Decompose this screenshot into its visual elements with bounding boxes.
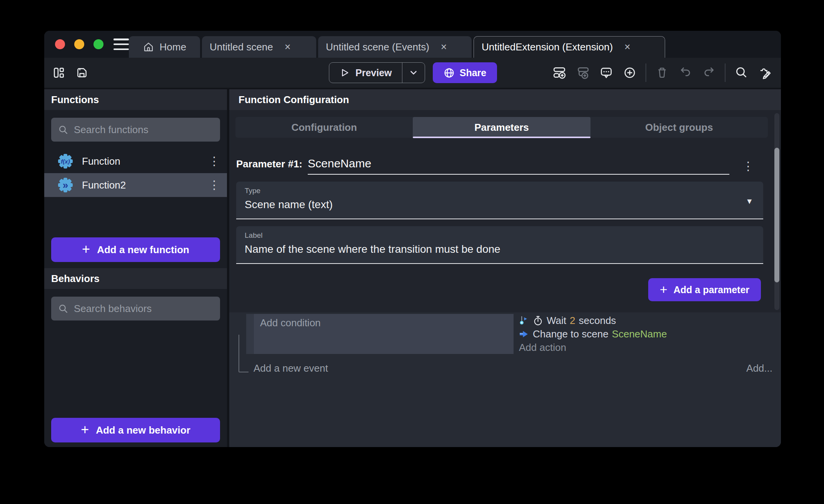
function2-gear-icon: »	[57, 176, 74, 194]
plus-icon: +	[660, 283, 667, 296]
search-icon[interactable]	[734, 65, 749, 80]
tab-home[interactable]: Home	[129, 36, 200, 58]
function-list-item-selected[interactable]: » Function2 ⋮	[44, 173, 227, 197]
function-list-item[interactable]: f(x) Function ⋮	[44, 149, 227, 173]
close-tab-icon[interactable]: ×	[279, 42, 291, 52]
save-icon[interactable]	[74, 65, 90, 80]
add-new-event-link[interactable]: Add a new event	[254, 362, 328, 374]
add-parameter-button[interactable]: + Add a parameter	[648, 278, 761, 301]
scene-name-reference: SceneName	[612, 328, 667, 340]
search-behaviors-box[interactable]	[51, 297, 220, 320]
add-condition-area[interactable]: Add condition	[254, 314, 514, 354]
tab-untitled-extension[interactable]: UntitledExtension (Extension) ×	[474, 36, 665, 58]
event-indent-bracket	[239, 335, 249, 372]
function-gear-icon: f(x)	[57, 152, 74, 170]
events-sheet: Add condition Wait 2 seconds	[229, 312, 781, 447]
tab-label: UntitledExtension (Extension)	[482, 41, 613, 53]
add-action-link[interactable]: Add action	[519, 342, 667, 354]
tab-label: Home	[160, 41, 186, 53]
parameter-row: Parameter #1: SceneName ⋮	[236, 157, 754, 175]
label-text-field[interactable]: Label Name of the scene where the transi…	[236, 226, 763, 264]
plus-icon: +	[82, 242, 90, 256]
tab-parameters[interactable]: Parameters	[413, 117, 590, 138]
configuration-tabs: Configuration Parameters Object groups	[235, 117, 768, 138]
editor-tabs: Home Untitled scene × Untitled scene (Ev…	[129, 36, 665, 58]
preview-options-dropdown[interactable]	[402, 68, 425, 78]
tab-bar: Home Untitled scene × Untitled scene (Ev…	[44, 31, 781, 58]
traffic-lights	[55, 39, 103, 49]
add-subevent-icon[interactable]	[575, 65, 590, 80]
search-functions-box[interactable]	[51, 118, 220, 142]
comment-icon[interactable]	[599, 65, 614, 80]
share-label: Share	[460, 67, 486, 78]
tab-untitled-scene-events[interactable]: Untitled scene (Events) ×	[318, 36, 472, 58]
close-window-button[interactable]	[55, 39, 65, 49]
function-kebab-menu-icon[interactable]: ⋮	[209, 155, 220, 167]
toolbar: Preview Share	[44, 58, 781, 88]
parameters-panel: Configuration Parameters Object groups P…	[229, 110, 781, 312]
close-tab-icon[interactable]: ×	[435, 42, 447, 52]
add-more-link[interactable]: Add...	[746, 362, 772, 374]
tab-label: Untitled scene (Events)	[326, 41, 429, 53]
globe-icon	[444, 67, 455, 78]
function-configuration-header: Function Configuration	[229, 89, 781, 110]
gdevelop-window: Home Untitled scene × Untitled scene (Ev…	[44, 31, 781, 447]
redo-icon[interactable]	[701, 65, 717, 80]
type-field-value: Scene name (text)	[245, 199, 755, 211]
dropdown-caret-icon: ▼	[746, 197, 753, 206]
desktop: Home Untitled scene × Untitled scene (Ev…	[0, 0, 824, 504]
parameter-name-input[interactable]: SceneName	[308, 157, 729, 175]
edit-extension-icon[interactable]	[757, 65, 772, 80]
stopwatch-icon	[533, 315, 543, 326]
tab-label: Untitled scene	[210, 41, 273, 53]
extension-sidebar: Functions	[44, 89, 227, 447]
add-circle-icon[interactable]	[622, 65, 637, 80]
share-button[interactable]: Share	[433, 62, 497, 83]
search-functions-input[interactable]	[74, 124, 213, 136]
event-actions: Wait 2 seconds Change to scene SceneName	[519, 315, 667, 354]
search-behaviors-input[interactable]	[74, 303, 213, 315]
tab-untitled-scene[interactable]: Untitled scene ×	[202, 36, 316, 58]
home-icon	[143, 41, 154, 53]
add-function-button[interactable]: + Add a new function	[51, 237, 220, 262]
scrollbar-thumb[interactable]	[774, 148, 779, 282]
parameter-kebab-menu-icon[interactable]: ⋮	[742, 159, 754, 173]
add-event-icon[interactable]	[552, 65, 567, 80]
search-icon	[58, 304, 68, 314]
play-icon	[339, 67, 350, 78]
function-kebab-menu-icon[interactable]: ⋮	[209, 179, 220, 191]
parameter-index-label: Parameter #1:	[236, 158, 302, 170]
delete-icon[interactable]	[654, 65, 670, 80]
preview-label: Preview	[355, 67, 392, 78]
function-configuration-pane: Function Configuration Configuration Par…	[227, 89, 781, 447]
tab-object-groups[interactable]: Object groups	[590, 117, 768, 138]
search-icon	[58, 125, 68, 135]
functions-header: Functions	[44, 89, 227, 110]
chevron-down-icon	[409, 68, 419, 78]
preview-button[interactable]: Preview	[329, 62, 425, 83]
add-behavior-button[interactable]: + Add a new behavior	[51, 418, 220, 442]
change-scene-arrow-icon	[519, 329, 529, 339]
undo-icon[interactable]	[678, 65, 693, 80]
label-field-value: Name of the scene where the transition m…	[245, 243, 755, 255]
wait-seconds-value: 2	[570, 315, 575, 327]
action-wait[interactable]: Wait 2 seconds	[519, 315, 667, 327]
svg-text:»: »	[63, 179, 68, 191]
close-tab-icon[interactable]: ×	[618, 42, 631, 52]
svg-text:f(x): f(x)	[61, 158, 70, 165]
behaviors-header: Behaviors	[44, 268, 227, 289]
label-field-label: Label	[245, 231, 755, 240]
type-select-field[interactable]: Type Scene name (text) ▼	[236, 182, 763, 219]
maximize-window-button[interactable]	[93, 39, 103, 49]
type-field-label: Type	[245, 187, 755, 195]
menu-icon[interactable]	[113, 38, 129, 50]
open-project-manager-icon[interactable]	[51, 65, 67, 80]
function-label: Function2	[82, 179, 126, 191]
function-label: Function	[82, 155, 120, 167]
action-change-scene[interactable]: Change to scene SceneName	[519, 328, 667, 340]
tab-configuration[interactable]: Configuration	[235, 117, 413, 138]
async-icon	[519, 315, 529, 326]
plus-icon: +	[81, 423, 89, 437]
minimize-window-button[interactable]	[74, 39, 84, 49]
